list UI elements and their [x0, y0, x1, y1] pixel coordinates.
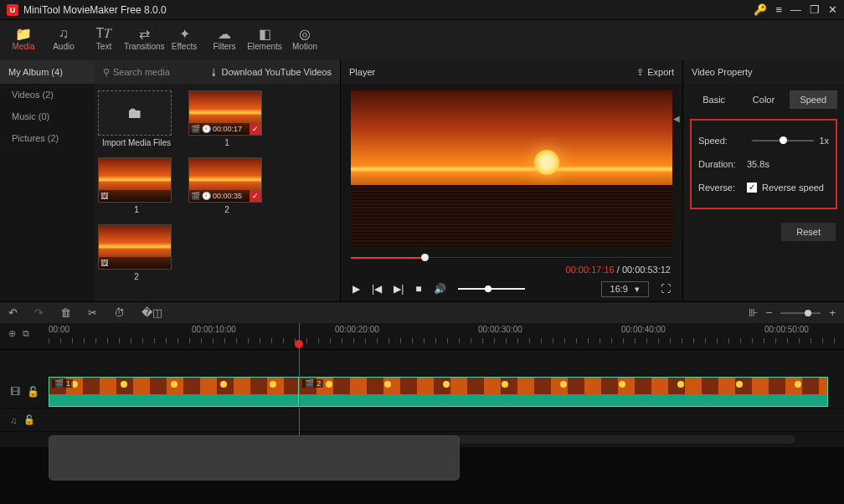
prev-button[interactable]: |◀ — [372, 283, 382, 295]
delete-button[interactable]: 🗑 — [60, 306, 71, 319]
media-duration: 00:00:35 — [213, 192, 242, 200]
next-button[interactable]: ▶| — [394, 283, 404, 295]
clock-icon: 🕘 — [202, 125, 211, 133]
import-media-slot[interactable]: 🖿 — [98, 90, 172, 136]
clock-icon: 🕘 — [202, 192, 211, 200]
speed-label: Speed: — [698, 136, 747, 146]
ribbon-tab-transitions[interactable]: ⇄Transitions — [124, 23, 164, 60]
ruler-tick: 00:00:30:00 — [478, 325, 522, 334]
key-icon[interactable]: 🔑 — [754, 3, 767, 16]
stop-button[interactable]: ■ — [415, 283, 421, 295]
minimize-button[interactable]: — — [790, 3, 801, 16]
media-caption: 1 — [98, 205, 175, 214]
aspect-select[interactable]: 16:9 ▾ — [601, 281, 649, 297]
undo-button[interactable]: ↶ — [8, 306, 18, 319]
time-sep: / — [615, 265, 622, 280]
elements-icon: ◧ — [244, 25, 285, 42]
crop-button[interactable]: �◫ — [142, 306, 162, 319]
volume-icon[interactable]: 🔊 — [434, 283, 446, 295]
album-item[interactable]: Music (0) — [0, 105, 95, 127]
effects-icon: ✦ — [164, 25, 204, 42]
media-caption: 2 — [98, 272, 175, 281]
reverse-text: Reverse speed — [762, 183, 824, 193]
player-title: Player — [349, 67, 375, 77]
close-button[interactable]: ✕ — [828, 3, 837, 16]
ribbon-tab-filters[interactable]: ☁Filters — [204, 23, 244, 60]
reverse-checkbox[interactable]: ✓ — [747, 183, 757, 193]
transitions-icon: ⇄ — [124, 25, 164, 42]
collapse-caret-icon[interactable]: ◀ — [673, 114, 680, 123]
track-list-icon[interactable]: ⧉ — [23, 328, 29, 339]
ruler-tick: 00:00 — [49, 325, 69, 334]
ruler-tick: 00:00:40:00 — [621, 325, 666, 334]
search-icon: ⚲ — [103, 67, 110, 78]
volume-slider[interactable] — [458, 288, 525, 290]
folder-icon: 🖿 — [127, 105, 142, 122]
timeline-scrollbar[interactable] — [49, 435, 795, 444]
timeline-clip[interactable]: 🎬2 — [299, 377, 828, 407]
image-icon: 🖼 — [100, 192, 108, 200]
search-input[interactable]: Search media — [113, 67, 170, 77]
add-track-icon[interactable]: ⊕ — [8, 328, 16, 339]
lock-icon[interactable]: 🔓 — [27, 386, 39, 398]
current-time: 00:00:17:16 — [566, 265, 615, 280]
export-icon[interactable]: ⇪ — [636, 67, 644, 78]
selected-check[interactable]: ✓ — [250, 190, 261, 202]
media-caption: 2 — [188, 205, 265, 214]
player-viewport[interactable] — [351, 90, 672, 248]
play-button[interactable]: ▶ — [353, 283, 360, 295]
ruler-tick: 00:00:20:00 — [335, 325, 379, 334]
download-icon[interactable]: ⭳ — [209, 67, 219, 77]
video-track-icon: 🎞 — [10, 386, 20, 398]
app-title: MiniTool MovieMaker Free 8.0.0 — [23, 4, 745, 16]
tab-speed[interactable]: Speed — [790, 90, 837, 109]
duration-label: Duration: — [698, 159, 747, 169]
ribbon-tab-audio[interactable]: ♫Audio — [44, 23, 84, 60]
player-progress[interactable] — [351, 251, 672, 265]
export-button[interactable]: Export — [647, 67, 674, 77]
ribbon-tab-motion[interactable]: ◎Motion — [285, 23, 325, 60]
media-thumb[interactable]: 🎬🕘00:00:35✓ — [188, 157, 262, 203]
zoom-in-button[interactable]: + — [829, 306, 836, 319]
selected-check[interactable]: ✓ — [250, 123, 261, 135]
media-thumb[interactable]: 🖼 — [98, 224, 172, 270]
reverse-label: Reverse: — [698, 183, 747, 193]
motion-icon: ◎ — [285, 25, 325, 42]
ribbon-tab-elements[interactable]: ◧Elements — [244, 23, 285, 60]
zoom-out-button[interactable]: − — [766, 306, 773, 319]
media-caption: 1 — [188, 138, 265, 147]
snap-icon[interactable]: ⊪ — [749, 306, 758, 319]
playhead-line[interactable] — [299, 323, 300, 447]
menu-icon[interactable]: ≡ — [775, 3, 782, 16]
text-icon: T𝑇 — [84, 25, 124, 42]
fullscreen-button[interactable]: ⛶ — [661, 283, 671, 295]
speed-tool-button[interactable]: ⏱ — [114, 306, 125, 319]
media-icon: 📁 — [3, 25, 44, 42]
tab-basic[interactable]: Basic — [690, 90, 738, 109]
clip-icon: 🎬 — [54, 379, 64, 388]
ribbon-tab-text[interactable]: T𝑇Text — [84, 23, 124, 60]
redo-button[interactable]: ↷ — [34, 306, 44, 319]
reset-button[interactable]: Reset — [781, 223, 836, 241]
duration-value: 35.8s — [747, 159, 769, 169]
ribbon-tab-media[interactable]: 📁Media — [3, 23, 44, 60]
ribbon-tab-effects[interactable]: ✦Effects — [164, 23, 204, 60]
zoom-slider[interactable] — [780, 312, 821, 314]
audio-track-icon: ♫ — [10, 415, 17, 425]
media-thumb[interactable]: 🖼 — [98, 157, 172, 203]
speed-slider[interactable] — [752, 140, 814, 141]
album-item[interactable]: Videos (2) — [0, 84, 95, 105]
download-youtube[interactable]: Download YouTube Videos — [222, 67, 332, 77]
timeline-clip[interactable]: 🎬1 — [49, 377, 299, 407]
lock-icon[interactable]: 🔓 — [23, 414, 35, 425]
filters-icon: ☁ — [204, 25, 244, 42]
speed-value: 1x — [819, 136, 829, 146]
audio-icon: ♫ — [44, 25, 84, 42]
album-item[interactable]: Pictures (2) — [0, 127, 95, 149]
app-logo: U — [7, 4, 18, 16]
maximize-button[interactable]: ❐ — [810, 3, 820, 16]
media-thumb[interactable]: 🎬🕘00:00:17✓ — [188, 90, 262, 136]
album-header: My Album (4) — [0, 60, 95, 84]
split-button[interactable]: ✂ — [88, 306, 97, 319]
tab-color[interactable]: Color — [739, 90, 787, 109]
